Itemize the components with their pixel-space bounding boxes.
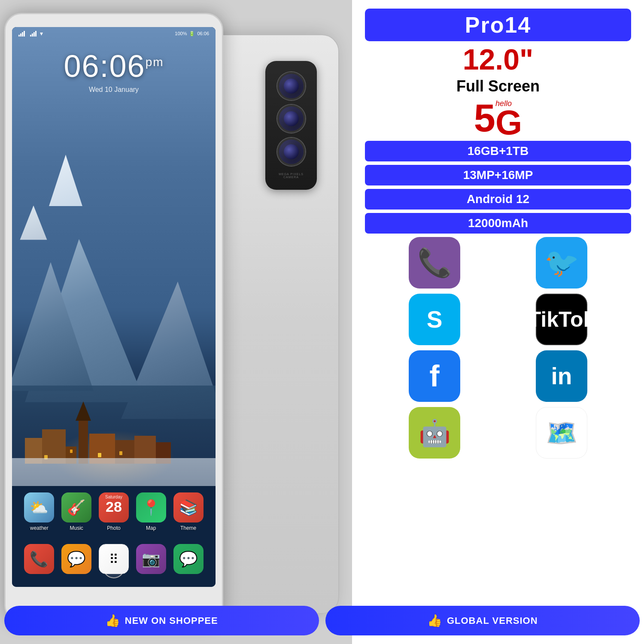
app-chat[interactable]: 💬 <box>173 544 204 574</box>
weather-emoji: ⛅ <box>30 499 49 516</box>
music-label: Music <box>70 525 83 531</box>
screen-clock: 06:06pm Wed 10 January <box>12 49 216 94</box>
app-phone[interactable]: 📞 <box>24 544 54 574</box>
app-music[interactable]: 🎸 Music <box>61 492 91 531</box>
5g-g-area: hello G <box>495 99 522 137</box>
camera-lens-2 <box>277 105 305 133</box>
app-messages[interactable]: 💬 <box>61 544 91 574</box>
bottom-banners: 👍 NEW ON SHOPPEE 👍 GLOBAL VERSION <box>4 606 640 635</box>
window-light-2 <box>70 450 73 453</box>
tiktok-logo: TikTok <box>528 307 595 332</box>
camera-text-label: MEGA PIXELS CAMERA <box>272 173 310 179</box>
skype-logo: S <box>427 306 443 333</box>
camera-module: MEGA PIXELS CAMERA <box>265 61 317 190</box>
5g-section: 5 hello G <box>365 99 631 137</box>
thumb-icon-2: 👍 <box>427 614 443 628</box>
bar-2 <box>20 33 21 36</box>
bar-b <box>32 33 33 36</box>
photo-label: Photo <box>107 525 120 531</box>
skype-icon[interactable]: S <box>409 294 460 345</box>
app-launcher[interactable]: ⠿ <box>99 544 129 574</box>
google-maps-icon[interactable]: 🗺️ <box>536 407 587 459</box>
app-weather[interactable]: ⛅ weather <box>24 492 54 531</box>
church-spire <box>76 401 91 421</box>
signal-area: ▾ <box>18 30 43 37</box>
lens-inner-2 <box>284 111 299 126</box>
viber-logo: 📞 <box>417 246 452 279</box>
music-icon-bg: 🎸 <box>61 492 91 522</box>
cal-date: 28 <box>106 499 122 514</box>
app-theme[interactable]: 📚 Theme <box>173 492 204 531</box>
app-row-1: ⛅ weather 🎸 Music Saturday 28 <box>12 492 216 531</box>
phone-emoji: 📞 <box>30 550 49 568</box>
chat-emoji: 💬 <box>179 550 198 568</box>
bar-3 <box>22 32 23 36</box>
banner-global[interactable]: 👍 GLOBAL VERSION <box>325 606 640 635</box>
signal-bars-2 <box>30 31 36 36</box>
product-name: Pro14 <box>365 9 631 41</box>
messages-emoji: 💬 <box>67 550 86 568</box>
map-emoji: 📍 <box>142 499 161 516</box>
5g-number: 5 <box>474 99 495 137</box>
phone-icon-bg: 📞 <box>24 544 54 574</box>
town <box>12 395 216 464</box>
bar-c <box>33 32 35 36</box>
app-row-2: 📞 💬 ⠿ 📷 <box>12 544 216 574</box>
android-icon[interactable]: 🤖 <box>409 407 460 459</box>
twitter-icon[interactable]: 🐦 <box>536 237 587 289</box>
banner-shoppee[interactable]: 👍 NEW ON SHOPPEE <box>4 606 319 635</box>
tiktok-icon[interactable]: TikTok <box>536 294 587 345</box>
banner-global-text: GLOBAL VERSION <box>447 615 538 626</box>
tablet-section: MEGA PIXELS CAMERA <box>0 0 352 644</box>
android-logo: 🤖 <box>419 418 451 448</box>
bar-1 <box>18 35 20 36</box>
tablet-front: ▾ 100% 🔋 06:06 06:06pm Wed 10 January <box>4 13 223 623</box>
map-icon-bg: 📍 <box>136 492 166 522</box>
theme-emoji: 📚 <box>179 499 198 516</box>
clock-date: Wed 10 January <box>12 86 216 94</box>
social-apps-grid: 📞 🐦 S TikTok f in 🤖 🗺️ <box>365 237 631 459</box>
battery-icon: 🔋 <box>189 31 195 36</box>
bar-4 <box>24 31 25 36</box>
thumb-icon-1: 👍 <box>105 614 121 628</box>
signal-bars-1 <box>18 31 25 36</box>
linkedin-logo: in <box>551 362 572 390</box>
weather-icon-bg: ⛅ <box>24 492 54 522</box>
app-map[interactable]: 📍 Map <box>136 492 166 531</box>
5g-g: G <box>495 108 522 137</box>
chat-icon-bg: 💬 <box>173 544 204 574</box>
map-label: Map <box>146 525 156 531</box>
wifi-icon: ▾ <box>40 30 43 37</box>
linkedin-icon[interactable]: in <box>536 350 587 402</box>
window-light-3 <box>98 453 101 457</box>
twitter-logo: 🐦 <box>544 246 579 279</box>
clock-time-display: 06:06pm <box>12 49 216 84</box>
spec-ram-storage: 16GB+1TB <box>365 141 631 161</box>
lens-inner-3 <box>284 144 299 159</box>
battery-percent: 100% <box>175 31 187 36</box>
camera-lens-3 <box>277 138 305 166</box>
camera2-emoji: 📷 <box>142 550 161 568</box>
5g-logo-area: 5 hello G <box>474 99 522 137</box>
facebook-logo: f <box>429 359 439 393</box>
theme-icon-bg: 📚 <box>173 492 204 522</box>
facebook-icon[interactable]: f <box>409 350 460 402</box>
camera-lens-1 <box>277 72 305 100</box>
app-camera2[interactable]: 📷 <box>136 544 166 574</box>
app-photo[interactable]: Saturday 28 Photo <box>99 492 129 531</box>
banner-shoppee-text: NEW ON SHOPPEE <box>125 615 218 626</box>
spec-battery: 12000mAh <box>365 213 631 234</box>
screen-size: 12.0" <box>365 45 631 74</box>
spec-camera: 13MP+16MP <box>365 165 631 185</box>
church-tower <box>79 421 88 464</box>
messages-icon-bg: 💬 <box>61 544 91 574</box>
window-light-4 <box>119 451 122 455</box>
theme-label: Theme <box>180 525 196 531</box>
info-section: Pro14 12.0" Full Screen 5 hello G 16GB+1… <box>352 0 644 644</box>
spec-android: Android 12 <box>365 189 631 210</box>
music-emoji: 🎸 <box>67 499 86 516</box>
viber-icon[interactable]: 📞 <box>409 237 460 289</box>
clock-ampm: pm <box>146 55 164 69</box>
status-bar: ▾ 100% 🔋 06:06 <box>12 27 216 40</box>
camera2-icon-bg: 📷 <box>136 544 166 574</box>
